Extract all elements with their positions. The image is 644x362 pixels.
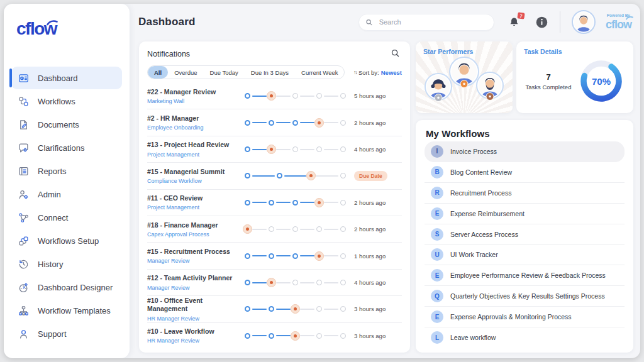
- workflow-item-leave-workflow[interactable]: LLeave workflow: [425, 327, 625, 348]
- step-done-dot: [292, 253, 298, 259]
- app-window: cflow DashboardWorkflowsDocumentsClarifi…: [4, 4, 640, 358]
- sidebar-item-dashboard-designer[interactable]: Dashboard Designer: [11, 276, 122, 299]
- info-button[interactable]: [535, 16, 548, 29]
- sidebar-item-clarifications[interactable]: Clarifications: [11, 136, 122, 159]
- notification-category[interactable]: Capex Approval Process: [147, 231, 239, 238]
- step-connector: [276, 122, 291, 123]
- sidebar-item-workflows[interactable]: Workflows: [11, 90, 122, 112]
- sidebar-item-workflow-templates[interactable]: Workflow Templates: [11, 299, 122, 322]
- male-avatar: [449, 57, 479, 87]
- tab-due-in-3-days[interactable]: Due In 3 Days: [245, 66, 295, 79]
- tab-due-today[interactable]: Due Today: [204, 66, 245, 79]
- search-icon: [365, 18, 373, 26]
- sidebar-item-documents[interactable]: Documents: [11, 113, 122, 136]
- notification-category[interactable]: Project Management: [147, 151, 239, 158]
- notification-row[interactable]: #11 - CEO ReviewProject Management2 hour…: [147, 189, 402, 216]
- dashboard-icon: [18, 72, 30, 84]
- notification-row[interactable]: #15 - Managerial SummitCompliance Workfl…: [147, 162, 402, 189]
- sidebar-item-admin[interactable]: Admin: [11, 183, 122, 206]
- sort-value[interactable]: Newest: [381, 69, 402, 76]
- step-done-dot: [292, 200, 298, 206]
- step-done-dot: [292, 120, 298, 126]
- sort-control[interactable]: ↑↓ Sort by: Newest: [353, 69, 402, 76]
- notification-row[interactable]: #13 - Project Head ReviewProject Managem…: [147, 136, 402, 162]
- notification-time: 1 hours ago: [354, 253, 386, 260]
- reports-icon: [18, 165, 30, 177]
- notification-row[interactable]: #22 - Manager ReviewMarketing Wall5 hour…: [147, 83, 402, 109]
- user-avatar[interactable]: [572, 10, 596, 34]
- sort-label: Sort by:: [358, 69, 379, 76]
- workflow-item-ui-work-tracker[interactable]: UUI Work Tracker: [425, 245, 625, 266]
- notifications-search-icon[interactable]: [391, 48, 402, 60]
- search-input[interactable]: [378, 18, 487, 26]
- workflow-label: Server Access Process: [450, 231, 518, 238]
- sidebar-item-label: Admin: [38, 190, 61, 199]
- sidebar-item-history[interactable]: History: [11, 253, 122, 275]
- step-connector: [252, 122, 267, 123]
- star-badge-icon: [435, 94, 443, 102]
- notification-title: #12 - Team Activity Planner: [147, 274, 239, 282]
- workflow-item-blog-content-review[interactable]: BBlog Content Review: [425, 162, 625, 183]
- notification-row[interactable]: #2 - HR ManagerEmployee Onboarding2 hour…: [147, 109, 402, 135]
- workflow-label: Employee Performance Review & Feedback P…: [450, 272, 606, 279]
- step-connector: [276, 255, 291, 256]
- notification-row[interactable]: #10 - Office Event ManagementHR Manager …: [147, 295, 402, 322]
- workflow-item-quarterly-objectives-key-results-setting[interactable]: QQuarterly Objectives & Key Results Sett…: [425, 286, 625, 307]
- sidebar-item-workflows-setup[interactable]: Workflows Setup: [11, 229, 122, 252]
- workflow-letter-avatar: S: [431, 228, 443, 241]
- notification-category[interactable]: HR Manager Review: [147, 337, 239, 344]
- notification-time: 4 hours ago: [354, 146, 386, 153]
- workflow-item-invoice-process[interactable]: IInvoice Process: [425, 141, 625, 162]
- sidebar-item-connect[interactable]: Connect: [11, 206, 122, 229]
- notification-badge: 7: [517, 12, 525, 19]
- notification-category[interactable]: Manager Review: [147, 285, 239, 291]
- header-divider: [560, 11, 560, 33]
- step-done-dot: [245, 253, 250, 259]
- step-pending-dot: [340, 280, 346, 285]
- workflow-item-server-access-process[interactable]: SServer Access Process: [425, 224, 625, 245]
- notification-title: #15 - Managerial Summit: [147, 168, 239, 176]
- workflow-item-expense-approvals-monitoring-process[interactable]: EExpense Approvals & Monitoring Process: [425, 307, 625, 327]
- sidebar-item-reports[interactable]: Reports: [11, 160, 122, 182]
- my-workflows-list: IInvoice ProcessBBlog Content ReviewRRec…: [425, 141, 625, 348]
- admin-icon: [18, 189, 30, 200]
- step-connector: [324, 309, 338, 310]
- step-connector: [252, 255, 267, 256]
- notification-category[interactable]: Marketing Wall: [147, 98, 239, 104]
- step-done-dot: [245, 120, 250, 126]
- workflow-item-recruitment-process[interactable]: RRecruitment Process: [425, 183, 625, 204]
- search-box[interactable]: [358, 14, 494, 31]
- notification-category[interactable]: Employee Onboarding: [147, 124, 239, 131]
- notification-title: #10 - Leave Workflow: [147, 327, 239, 336]
- notification-category[interactable]: Project Management: [147, 204, 239, 211]
- step-pending-dot: [292, 226, 298, 232]
- workflow-item-employee-performance-review-feedback-pro[interactable]: EEmployee Performance Review & Feedback …: [425, 265, 625, 286]
- step-done-dot: [269, 200, 274, 206]
- notification-row[interactable]: #18 - Finance ManagerCapex Approval Proc…: [147, 216, 402, 242]
- step-pending-dot: [340, 200, 346, 206]
- step-connector: [300, 309, 314, 310]
- step-current-dot: [314, 251, 324, 261]
- tab-current-week[interactable]: Current Week: [295, 66, 344, 79]
- step-pending-dot: [340, 306, 346, 312]
- tab-overdue[interactable]: Overdue: [168, 66, 203, 79]
- sidebar-item-label: Clarifications: [38, 143, 84, 153]
- workflow-item-expense-reimbursement[interactable]: EExpense Reimbursement: [425, 204, 625, 224]
- tab-all[interactable]: All: [148, 66, 168, 79]
- notification-category[interactable]: Compliance Workflow: [147, 178, 239, 184]
- notification-category[interactable]: HR Manager Review: [147, 315, 239, 322]
- step-pending-dot: [316, 146, 322, 152]
- notification-row[interactable]: #10 - Leave WorkflowHR Manager Review3 h…: [147, 322, 402, 349]
- sidebar-nav: DashboardWorkflowsDocumentsClarification…: [4, 49, 130, 346]
- bearded-male-avatar: [476, 72, 504, 99]
- step-current-dot: [306, 171, 316, 180]
- sidebar-item-support[interactable]: Support: [11, 322, 122, 345]
- progress-stepper: [243, 171, 354, 180]
- notification-row[interactable]: #12 - Team Activity PlannerManager Revie…: [147, 269, 402, 295]
- star-performers-title: Star Performers: [423, 48, 513, 55]
- notification-row[interactable]: #15 - Recruitment ProcessManager Review1…: [147, 242, 402, 268]
- notification-category[interactable]: Manager Review: [147, 258, 239, 264]
- sidebar-item-dashboard[interactable]: Dashboard: [11, 67, 122, 89]
- notification-bell-button[interactable]: 7: [508, 16, 520, 28]
- step-done-dot: [245, 146, 250, 152]
